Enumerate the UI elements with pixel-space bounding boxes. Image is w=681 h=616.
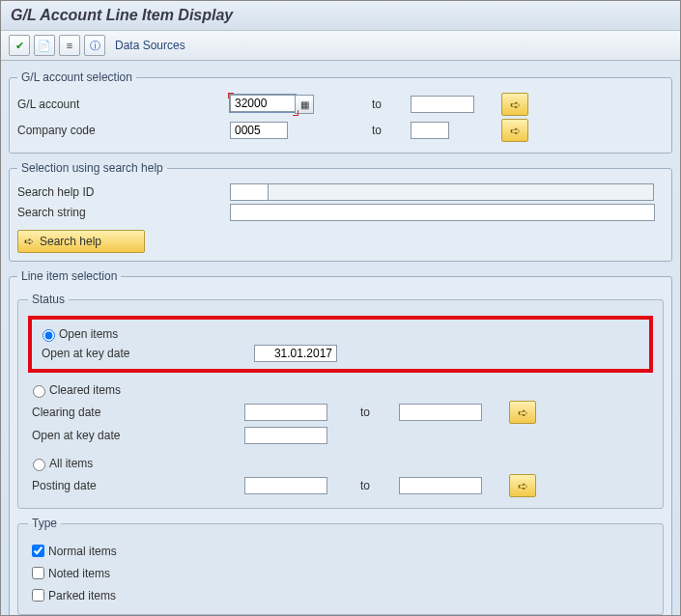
multiple-selection-icon[interactable]: ➪ — [509, 474, 536, 497]
multiple-selection-icon[interactable]: ➪ — [501, 93, 528, 116]
company-code-label: Company code — [17, 124, 230, 137]
company-code-from-input[interactable] — [230, 122, 288, 139]
search-help-group: Selection using search help Search help … — [9, 161, 672, 262]
tree-icon[interactable]: ≡ — [59, 35, 80, 56]
posting-date-to-input[interactable] — [399, 477, 482, 494]
gl-account-from-input[interactable] — [230, 95, 296, 112]
normal-items-checkbox[interactable] — [32, 545, 44, 557]
search-string-label: Search string — [17, 206, 230, 219]
search-help-legend: Selection using search help — [17, 161, 167, 175]
gl-account-to-label: to — [372, 98, 411, 111]
cleared-open-at-key-date-input[interactable] — [244, 427, 327, 444]
company-code-to-input[interactable] — [411, 122, 449, 139]
info-icon[interactable]: ⓘ — [84, 35, 105, 56]
clearing-date-to-input[interactable] — [399, 404, 482, 421]
multiple-selection-icon[interactable]: ➪ — [501, 119, 528, 142]
application-toolbar: ✔ 📄 ≡ ⓘ Data Sources — [1, 31, 680, 61]
page-title: G/L Account Line Item Display — [1, 1, 680, 31]
all-items-radio[interactable] — [33, 459, 45, 471]
all-items-label: All items — [49, 457, 93, 470]
search-help-desc-input[interactable] — [268, 183, 654, 201]
multiple-selection-icon[interactable]: ➪ — [509, 401, 536, 424]
search-string-input[interactable] — [230, 204, 655, 221]
status-group: Status Open items Open at key date Clear… — [17, 293, 664, 509]
open-items-label: Open items — [59, 327, 118, 341]
open-items-radio[interactable] — [43, 329, 55, 342]
execute-icon[interactable]: ✔ — [9, 35, 30, 56]
gl-account-label: G/L account — [17, 98, 230, 111]
company-code-to-label: to — [372, 124, 411, 137]
cleared-items-label: Cleared items — [49, 383, 121, 397]
parked-items-label: Parked items — [48, 589, 116, 602]
line-item-selection-group: Line item selection Status Open items Op… — [9, 269, 672, 616]
open-at-key-date-label: Open at key date — [38, 347, 254, 360]
highlight-annotation: Open items Open at key date — [28, 316, 653, 373]
posting-date-to-label: to — [360, 479, 399, 492]
gl-account-selection-group: G/L account selection G/L account ▦ to ➪… — [9, 70, 672, 154]
type-legend: Type — [28, 517, 61, 530]
type-group: Type Normal items Noted items Parked ite… — [17, 517, 664, 615]
get-variant-icon[interactable]: 📄 — [34, 35, 55, 56]
posting-date-from-input[interactable] — [244, 477, 327, 494]
window: G/L Account Line Item Display ✔ 📄 ≡ ⓘ Da… — [0, 0, 681, 616]
value-help-icon[interactable]: ▦ — [295, 95, 314, 114]
cleared-open-at-key-date-label: Open at key date — [28, 429, 244, 442]
line-item-selection-legend: Line item selection — [17, 269, 121, 283]
search-help-button[interactable]: ➪ Search help — [17, 230, 145, 253]
gl-account-selection-legend: G/L account selection — [17, 70, 136, 84]
noted-items-label: Noted items — [48, 567, 110, 580]
arrow-right-icon: ➪ — [18, 235, 40, 248]
clearing-date-to-label: to — [360, 406, 399, 419]
normal-items-label: Normal items — [48, 545, 117, 558]
status-legend: Status — [28, 293, 69, 306]
search-help-id-input[interactable] — [230, 183, 269, 201]
clearing-date-label: Clearing date — [28, 406, 244, 419]
open-at-key-date-input[interactable] — [254, 345, 337, 362]
search-help-id-label: Search help ID — [17, 185, 230, 199]
gl-account-to-input[interactable] — [411, 96, 474, 113]
search-help-button-label: Search help — [40, 235, 101, 248]
data-sources-button[interactable]: Data Sources — [115, 39, 185, 52]
posting-date-label: Posting date — [28, 479, 244, 492]
clearing-date-from-input[interactable] — [244, 404, 327, 421]
noted-items-checkbox[interactable] — [32, 567, 44, 579]
cleared-items-radio[interactable] — [33, 385, 45, 398]
parked-items-checkbox[interactable] — [32, 589, 44, 602]
